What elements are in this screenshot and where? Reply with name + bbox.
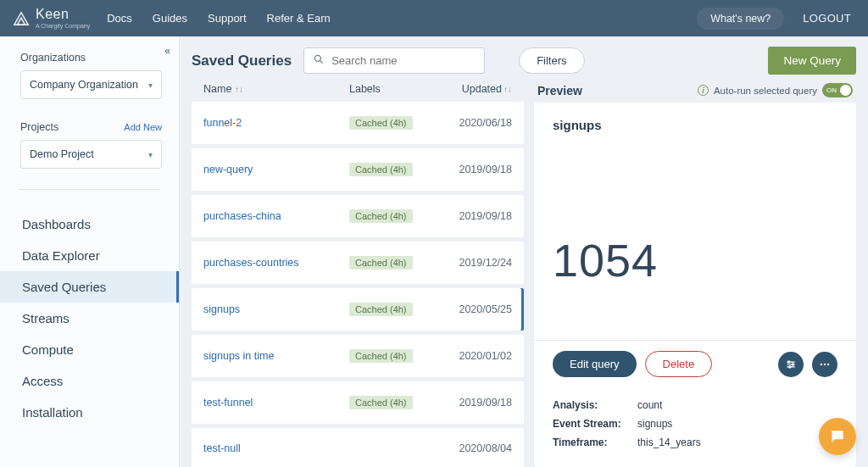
more-button[interactable] (812, 352, 837, 377)
query-label-cell: Cached (4h) (349, 396, 436, 409)
page-title: Saved Queries (192, 53, 292, 69)
search-icon (313, 53, 325, 68)
organizations-label: Organizations (20, 52, 162, 64)
preview-result-value: 1054 (553, 234, 837, 286)
query-updated: 2020/01/02 (436, 350, 512, 362)
brand-name: Keen (36, 8, 90, 21)
svg-point-4 (821, 363, 822, 364)
chat-widget-button[interactable] (819, 418, 856, 455)
query-name: purchases-countries (203, 257, 349, 269)
search-input[interactable] (331, 54, 476, 67)
nav-link-refer[interactable]: Refer & Earn (267, 12, 331, 25)
preview-card: signups 1054 Edit query Delete (534, 103, 856, 467)
svg-point-6 (827, 363, 829, 364)
edit-query-button[interactable]: Edit query (553, 351, 637, 377)
query-label-cell: Cached (4h) (349, 256, 436, 270)
nav-link-guides[interactable]: Guides (153, 12, 187, 25)
query-label-cell: Cached (4h) (349, 209, 436, 223)
query-row[interactable]: funnel-2Cached (4h)2020/06/18 (192, 102, 524, 144)
sidebar-item-installation[interactable]: Installation (0, 397, 179, 428)
svg-point-5 (824, 363, 826, 364)
sidebar-item-saved-queries[interactable]: Saved Queries (0, 271, 179, 303)
query-label-cell: Cached (4h) (349, 163, 436, 176)
col-updated-header[interactable]: Updated ↑↓ (436, 83, 512, 95)
query-list-pane: Name ↑↓ Labels Updated ↑↓ funnel-2Cached… (192, 83, 524, 467)
top-nav: Keen A Chargify Company Docs Guides Supp… (0, 0, 868, 36)
query-label-cell: Cached (4h) (349, 303, 436, 316)
organization-select[interactable]: Company Organization ▾ (20, 70, 162, 99)
svg-point-1 (788, 360, 790, 362)
sort-icon: ↑↓ (235, 85, 243, 94)
filters-button[interactable]: Filters (519, 47, 584, 74)
query-name: signups in time (203, 350, 349, 362)
main-header: Saved Queries Filters New Query (180, 36, 868, 83)
keen-logo-icon (12, 9, 31, 28)
cached-badge: Cached (4h) (349, 396, 413, 409)
query-row[interactable]: test-funnelCached (4h)2019/09/18 (192, 381, 524, 424)
delete-query-button[interactable]: Delete (645, 351, 713, 377)
nav-link-support[interactable]: Support (208, 12, 247, 25)
cached-badge: Cached (4h) (349, 163, 413, 176)
toggle-knob (840, 85, 851, 96)
autorun-control: i Auto-run selected query ON (698, 83, 853, 97)
nav-link-docs[interactable]: Docs (107, 12, 132, 25)
query-row[interactable]: purchases-countriesCached (4h)2019/12/24 (192, 242, 524, 284)
sidebar-nav: Dashboards Data Explorer Saved Queries S… (0, 203, 179, 433)
project-select[interactable]: Demo Project ▾ (20, 140, 162, 169)
query-name: test-funnel (203, 397, 349, 409)
preview-heading: Preview (537, 84, 582, 97)
autorun-toggle[interactable]: ON (822, 83, 853, 97)
brand-subtitle: A Chargify Company (36, 23, 90, 29)
query-row[interactable]: test-null2020/08/04 (192, 428, 524, 467)
logout-link[interactable]: LOGOUT (803, 12, 851, 25)
meta-timeframe-label: Timeframe: (553, 436, 626, 448)
brand-logo-block[interactable]: Keen A Chargify Company (12, 8, 90, 29)
preview-actions: Edit query Delete (534, 340, 856, 387)
add-new-project-link[interactable]: Add New (124, 122, 162, 132)
chevron-down-icon: ▾ (148, 81, 153, 90)
query-updated: 2020/06/18 (436, 117, 512, 129)
query-row[interactable]: signupsCached (4h)2020/05/25 (192, 288, 524, 331)
sidebar-item-compute[interactable]: Compute (0, 334, 179, 365)
query-updated: 2020/05/25 (436, 303, 512, 315)
col-name-header[interactable]: Name ↑↓ (203, 83, 349, 95)
collapse-sidebar-icon[interactable]: « (164, 45, 170, 57)
preview-meta: Analysis:count Event Stream:signups Time… (534, 387, 856, 467)
sidebar: « Organizations Company Organization ▾ P… (0, 36, 180, 467)
sidebar-item-access[interactable]: Access (0, 365, 179, 397)
cached-badge: Cached (4h) (349, 256, 413, 270)
query-row[interactable]: purchases-chinaCached (4h)2019/09/18 (192, 195, 524, 237)
meta-analysis-value: count (637, 399, 662, 411)
project-value: Demo Project (30, 148, 94, 160)
query-name: signups (203, 303, 349, 315)
nav-links: Docs Guides Support Refer & Earn (107, 12, 331, 25)
sidebar-item-dashboards[interactable]: Dashboards (0, 208, 179, 240)
organization-value: Company Organization (30, 79, 138, 91)
meta-stream-value: signups (637, 418, 672, 430)
col-labels-header[interactable]: Labels (349, 83, 436, 95)
main: Saved Queries Filters New Query Name ↑↓ … (180, 36, 868, 467)
meta-analysis-label: Analysis: (553, 399, 626, 411)
query-name: new-query (203, 164, 349, 175)
info-icon[interactable]: i (698, 85, 709, 96)
cached-badge: Cached (4h) (349, 116, 413, 130)
query-row[interactable]: signups in timeCached (4h)2020/01/02 (192, 335, 524, 377)
search-input-wrap[interactable] (303, 47, 485, 74)
query-row[interactable]: new-queryCached (4h)2019/09/18 (192, 148, 524, 191)
sidebar-item-data-explorer[interactable]: Data Explorer (0, 240, 179, 271)
sidebar-divider (19, 189, 160, 190)
svg-point-3 (789, 365, 791, 367)
query-updated: 2019/09/18 (436, 397, 512, 409)
svg-point-0 (314, 55, 320, 61)
query-name: purchases-china (203, 210, 349, 222)
sidebar-item-streams[interactable]: Streams (0, 303, 179, 334)
query-name: funnel-2 (203, 117, 349, 129)
query-name: test-null (203, 442, 349, 454)
cached-badge: Cached (4h) (349, 349, 413, 363)
cached-badge: Cached (4h) (349, 303, 413, 316)
chevron-down-icon: ▾ (148, 150, 153, 159)
query-label-cell: Cached (4h) (349, 116, 436, 130)
whats-new-button[interactable]: What's new? (697, 8, 784, 30)
new-query-button[interactable]: New Query (768, 47, 856, 75)
settings-button[interactable] (778, 352, 804, 377)
